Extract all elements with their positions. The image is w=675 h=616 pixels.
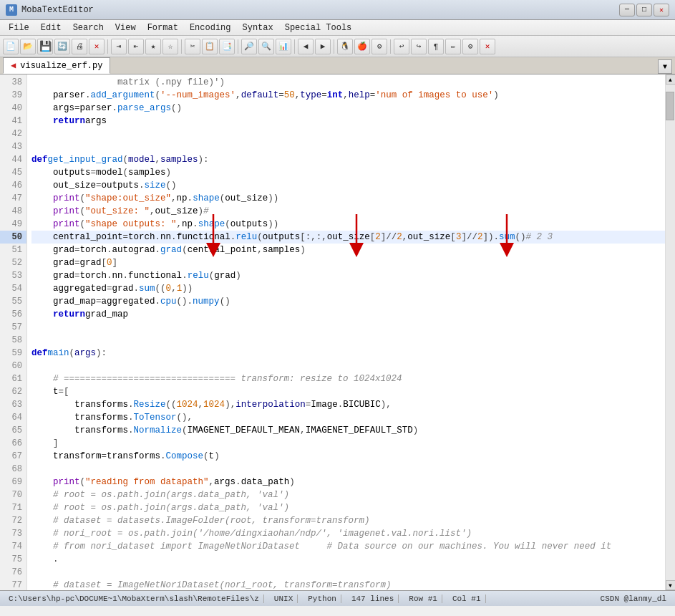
- code-line-71: # root = os.path.join(args.data_path, 'v…: [31, 501, 665, 514]
- line-num-50: 50: [0, 231, 26, 244]
- window-controls: ─ □ ✕: [619, 4, 669, 16]
- line-num-46: 46: [0, 179, 26, 192]
- macro-button[interactable]: ⚙: [462, 39, 478, 54]
- vertical-scrollbar[interactable]: ▲ ▼: [665, 74, 675, 590]
- replace-button[interactable]: 🔍: [258, 39, 274, 54]
- code-line-69: print("reading from datapath", args.data…: [31, 476, 665, 489]
- redo-button[interactable]: ↪: [411, 39, 427, 54]
- code-line-38: matrix (.npy file)'): [31, 76, 665, 89]
- code-line-43: [31, 140, 665, 153]
- line-num-65: 65: [0, 424, 26, 437]
- code-line-72: # dataset = datasets.ImageFolder(root, t…: [31, 514, 665, 527]
- mac-button[interactable]: 🍎: [354, 39, 370, 54]
- code-line-45: outputs = model(samples): [31, 166, 665, 179]
- line-num-63: 63: [0, 398, 26, 411]
- line-num-40: 40: [0, 102, 26, 115]
- scroll-thumb[interactable]: [666, 92, 674, 120]
- line-num-47: 47: [0, 192, 26, 205]
- line-num-55: 55: [0, 295, 26, 308]
- menubar: File Edit Search View Format Encoding Sy…: [0, 20, 675, 36]
- linux-button[interactable]: 🐧: [337, 39, 353, 54]
- menu-format[interactable]: Format: [142, 21, 184, 34]
- toolbar-separator-2: [181, 39, 182, 54]
- line-num-73: 73: [0, 527, 26, 540]
- toolbar-separator-5: [334, 39, 334, 54]
- code-line-56: return grad_map: [31, 308, 665, 321]
- bookmark2-button[interactable]: ☆: [162, 39, 178, 54]
- scroll-down-button[interactable]: ▼: [666, 580, 676, 590]
- menu-file[interactable]: File: [3, 21, 35, 34]
- paste-button[interactable]: 📑: [219, 39, 235, 54]
- cut-button[interactable]: ✂: [185, 39, 200, 54]
- line-num-62: 62: [0, 385, 26, 398]
- line-num-67: 67: [0, 450, 26, 463]
- close-button[interactable]: ✕: [654, 4, 669, 16]
- code-line-39: parser.add_argument('--num_images', defa…: [31, 89, 665, 102]
- code-line-60: [31, 360, 665, 372]
- nav-back-button[interactable]: ◀: [298, 39, 314, 54]
- paragraph-button[interactable]: ¶: [428, 39, 444, 54]
- scroll-up-button[interactable]: ▲: [666, 74, 676, 85]
- status-col: Col #1: [448, 595, 486, 603]
- menu-special-tools[interactable]: Special Tools: [279, 21, 358, 34]
- code-area[interactable]: matrix (.npy file)') parser.add_argument…: [27, 74, 665, 590]
- line-num-69: 69: [0, 476, 26, 489]
- scroll-track[interactable]: [666, 85, 675, 580]
- code-line-44: def get_input_grad(model, samples):: [31, 153, 665, 166]
- find-button[interactable]: 🔎: [241, 39, 257, 54]
- indent-button[interactable]: ⇥: [111, 39, 127, 54]
- minimize-button[interactable]: ─: [619, 4, 635, 16]
- code-line-49: print("shape outputs: ",np.shape(outputs…: [31, 218, 665, 231]
- line-num-42: 42: [0, 127, 26, 140]
- status-encoding: UNIX: [270, 595, 298, 603]
- tab-visualize-erf[interactable]: ◀ visualize_erf.py: [3, 57, 110, 74]
- reload-button[interactable]: 🔄: [54, 39, 70, 54]
- highlight-button[interactable]: ✏: [445, 39, 461, 54]
- code-line-73: # nori_root = os.path.join('/home/dingxi…: [31, 527, 665, 540]
- line-num-61: 61: [0, 372, 26, 385]
- print-button[interactable]: 🖨: [72, 39, 87, 54]
- menu-syntax[interactable]: Syntax: [236, 21, 278, 34]
- nav-fwd-button[interactable]: ▶: [315, 39, 331, 54]
- open-button[interactable]: 📂: [20, 39, 36, 54]
- line-num-57: 57: [0, 321, 26, 334]
- code-line-47: print("shape:out_size",np.shape(out_size…: [31, 192, 665, 205]
- close2-button[interactable]: ✕: [480, 39, 495, 54]
- line-num-64: 64: [0, 411, 26, 424]
- status-user: CSDN @lanmy_dl: [596, 595, 671, 603]
- bookmark-button[interactable]: ★: [145, 39, 161, 54]
- toolbar: 📄 📂 💾 🔄 🖨 ✕ ⇥ ⇤ ★ ☆ ✂ 📋 📑 🔎 🔍 📊 ◀ ▶ 🐧 🍎 …: [0, 36, 675, 57]
- code-line-57: [31, 321, 665, 334]
- code-line-65: transforms.Normalize(IMAGENET_DEFAULT_ME…: [31, 424, 665, 437]
- code-line-77: # dataset = ImageNetNoriDataset(nori_roo…: [31, 579, 665, 590]
- code-line-50: ▶ central_point = torch.nn.functional.re…: [31, 231, 665, 244]
- undo-button[interactable]: ↩: [394, 39, 409, 54]
- code-line-74: # from nori_dataset import ImageNetNoriD…: [31, 540, 665, 553]
- status-lines: 147 lines: [347, 595, 399, 603]
- code-line-62: t = [: [31, 385, 665, 398]
- maximize-button[interactable]: □: [636, 4, 652, 16]
- tab-label: visualize_erf.py: [20, 61, 102, 71]
- close-file-button[interactable]: ✕: [89, 39, 105, 54]
- titlebar: M MobaTextEditor ─ □ ✕: [0, 0, 675, 20]
- menu-encoding[interactable]: Encoding: [184, 21, 237, 34]
- code-line-63: transforms.Resize((1024, 1024), interpol…: [31, 398, 665, 411]
- unindent-button[interactable]: ⇤: [128, 39, 144, 54]
- settings-button[interactable]: ⚙: [372, 39, 387, 54]
- monitor-button[interactable]: 📊: [276, 39, 291, 54]
- code-line-53: grad = torch.nn.functional.relu(grad): [31, 269, 665, 282]
- menu-edit[interactable]: Edit: [35, 21, 67, 34]
- toolbar-separator-6: [390, 39, 391, 54]
- toolbar-separator-1: [107, 39, 108, 54]
- menu-view[interactable]: View: [110, 21, 142, 34]
- save-button[interactable]: 💾: [37, 39, 53, 54]
- line-num-66: 66: [0, 437, 26, 450]
- line-num-48: 48: [0, 205, 26, 218]
- copy-button[interactable]: 📋: [202, 39, 218, 54]
- tab-scroll-button[interactable]: ▼: [658, 59, 672, 74]
- menu-search[interactable]: Search: [67, 21, 110, 34]
- new-button[interactable]: 📄: [3, 39, 19, 54]
- code-line-59: def main(args):: [31, 347, 665, 360]
- code-line-58: [31, 334, 665, 347]
- code-line-54: aggregated = grad.sum((0, 1)): [31, 282, 665, 295]
